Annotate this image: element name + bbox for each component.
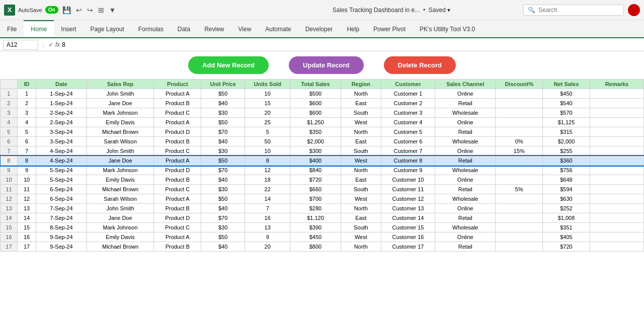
cell[interactable]	[590, 213, 643, 223]
cell[interactable]: 13	[17, 204, 36, 213]
cell[interactable]: Customer 9	[381, 166, 435, 175]
col-header-discount[interactable]: Discount%	[496, 80, 543, 89]
cell[interactable]: $660	[290, 185, 341, 194]
cell[interactable]: Product A	[154, 156, 201, 166]
tab-utility-tool[interactable]: PK's Utility Tool V3.0	[413, 20, 482, 37]
cell[interactable]: West	[341, 118, 381, 127]
cell[interactable]: 2	[17, 99, 36, 108]
tab-review[interactable]: Review	[197, 20, 231, 37]
cell[interactable]: Product A	[154, 118, 201, 127]
col-header-id[interactable]: ID	[17, 80, 36, 89]
cell[interactable]: Product D	[154, 166, 201, 175]
col-header-total-sales[interactable]: Total Sales	[290, 80, 341, 89]
cell[interactable]: $570	[543, 108, 590, 118]
cell[interactable]: 15	[245, 99, 290, 108]
cell[interactable]: $40	[201, 99, 245, 108]
cell[interactable]: 14	[17, 213, 36, 223]
table-row[interactable]: 15158-Sep-24Mark JohnsonProduct C$3013$3…	[1, 223, 644, 232]
cell[interactable]: East	[341, 175, 381, 185]
table-row[interactable]: 553-Sep-24Michael BrownProduct D$705$350…	[1, 127, 644, 137]
cell[interactable]: $400	[290, 156, 341, 166]
cell[interactable]	[590, 194, 643, 204]
cell[interactable]: Michael Brown	[87, 242, 154, 252]
cell[interactable]: East	[341, 137, 381, 146]
cell[interactable]: $600	[290, 108, 341, 118]
cell[interactable]: Product C	[154, 185, 201, 194]
cell[interactable]: Product B	[154, 204, 201, 213]
cell[interactable]: East	[341, 99, 381, 108]
col-header-units-sold[interactable]: Units Sold	[245, 80, 290, 89]
cell[interactable]	[590, 175, 643, 185]
cell[interactable]	[590, 166, 643, 175]
cell[interactable]: Online	[435, 89, 496, 99]
cell[interactable]: Customer 8	[381, 156, 435, 166]
cell[interactable]	[496, 194, 543, 204]
cell[interactable]	[590, 242, 643, 252]
tab-help[interactable]: Help	[340, 20, 366, 37]
cell[interactable]: 8	[17, 156, 36, 166]
cell[interactable]: 17	[17, 242, 36, 252]
table-row[interactable]: 111-Sep-24John SmithProduct A$5010$500No…	[1, 89, 644, 99]
cell[interactable]: $40	[201, 175, 245, 185]
cell[interactable]	[590, 156, 643, 166]
tab-formulas[interactable]: Formulas	[131, 20, 171, 37]
cell[interactable]: Michael Brown	[87, 185, 154, 194]
tab-power-pivot[interactable]: Power Pivot	[366, 20, 413, 37]
cell[interactable]: $756	[543, 166, 590, 175]
cell[interactable]: Retail	[435, 213, 496, 223]
cell[interactable]: 11	[17, 185, 36, 194]
cell[interactable]: West	[341, 156, 381, 166]
cell[interactable]: Emily Davis	[87, 118, 154, 127]
cell[interactable]: Customer 7	[381, 146, 435, 156]
cell[interactable]	[590, 146, 643, 156]
cell[interactable]: $50	[201, 156, 245, 166]
cell[interactable]: $70	[201, 127, 245, 137]
col-header-unit-price[interactable]: Unit Price	[201, 80, 245, 89]
col-header-sales-channel[interactable]: Sales Channel	[435, 80, 496, 89]
cell[interactable]: 2-Sep-24	[36, 118, 87, 127]
cell[interactable]: $1,125	[543, 118, 590, 127]
cell[interactable]: Retail	[435, 127, 496, 137]
cell[interactable]: $840	[290, 166, 341, 175]
cell[interactable]: Retail	[435, 242, 496, 252]
cell[interactable]: Sarah Wilson	[87, 137, 154, 146]
cell[interactable]: Customer 10	[381, 175, 435, 185]
cell[interactable]: 1-Sep-24	[36, 99, 87, 108]
cell[interactable]	[496, 89, 543, 99]
save-icon[interactable]: 💾	[61, 5, 72, 15]
cell[interactable]: Emily Davis	[87, 232, 154, 242]
cell[interactable]: $2,000	[290, 137, 341, 146]
cell[interactable]: $252	[543, 204, 590, 213]
cell[interactable]: 12	[17, 194, 36, 204]
tab-data[interactable]: Data	[171, 20, 197, 37]
cell[interactable]: 6	[17, 137, 36, 146]
cell[interactable]: 9	[245, 232, 290, 242]
cell[interactable]: $70	[201, 213, 245, 223]
cell[interactable]: $1,120	[290, 213, 341, 223]
cell[interactable]: Jane Doe	[87, 156, 154, 166]
cell[interactable]: North	[341, 89, 381, 99]
cell[interactable]: Mark Johnson	[87, 108, 154, 118]
cell[interactable]: 4	[17, 118, 36, 127]
cell[interactable]: Emily Davis	[87, 175, 154, 185]
table-row[interactable]: 442-Sep-24Emily DavisProduct A$5025$1,25…	[1, 118, 644, 127]
cell[interactable]	[496, 156, 543, 166]
cell[interactable]: 14	[245, 194, 290, 204]
cell[interactable]: Mark Johnson	[87, 223, 154, 232]
cell[interactable]: Product B	[154, 99, 201, 108]
search-bar[interactable]: 🔍	[523, 5, 624, 16]
cell[interactable]: John Smith	[87, 204, 154, 213]
cell[interactable]: 8-Sep-24	[36, 223, 87, 232]
cell[interactable]: $390	[290, 223, 341, 232]
cell[interactable]: Product C	[154, 146, 201, 156]
cell[interactable]: 5	[17, 127, 36, 137]
cell[interactable]: South	[341, 185, 381, 194]
cell[interactable]: $450	[543, 89, 590, 99]
cell[interactable]: $50	[201, 232, 245, 242]
cell[interactable]: 10	[17, 175, 36, 185]
cell[interactable]: 5	[245, 127, 290, 137]
cell[interactable]	[590, 185, 643, 194]
cell[interactable]: $315	[543, 127, 590, 137]
cell[interactable]	[496, 108, 543, 118]
cell[interactable]: 10	[245, 89, 290, 99]
